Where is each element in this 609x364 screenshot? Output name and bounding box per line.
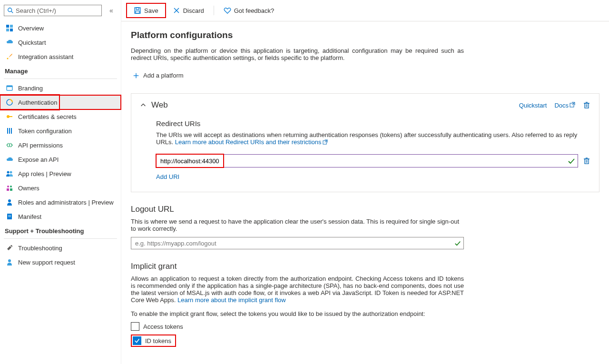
sidebar-item-certificates[interactable]: Certificates & secrets <box>0 109 121 124</box>
docs-link[interactable]: Docs <box>554 102 575 109</box>
cloud-bolt-icon <box>6 39 13 46</box>
save-label: Save <box>144 7 158 14</box>
add-platform-label: Add a platform <box>143 72 184 79</box>
feedback-button[interactable]: Got feedback? <box>219 5 279 16</box>
sidebar-item-overview[interactable]: Overview <box>0 21 121 35</box>
svg-rect-4 <box>6 29 9 31</box>
svg-rect-2 <box>6 25 9 28</box>
svg-point-17 <box>7 186 9 187</box>
redirect-uri-input[interactable] <box>156 154 578 167</box>
logout-desc: This is where we send a request to have … <box>131 218 464 232</box>
sidebar-collapse-button[interactable]: « <box>106 5 117 16</box>
delete-uri-icon[interactable] <box>583 157 590 165</box>
heart-icon <box>224 7 231 14</box>
redirect-uris-desc: The URIs we will accept as destinations … <box>156 131 590 146</box>
svg-point-16 <box>10 171 12 174</box>
svg-rect-5 <box>10 29 13 31</box>
overview-icon <box>6 24 13 32</box>
owners-icon <box>6 184 13 192</box>
sidebar-item-label: API permissions <box>18 142 63 149</box>
sidebar-item-expose-api[interactable]: Expose an API <box>0 152 121 167</box>
support-icon <box>6 258 13 266</box>
svg-point-0 <box>8 8 12 12</box>
sidebar-item-label: Manifest <box>18 213 41 220</box>
save-icon <box>134 7 141 14</box>
sidebar-item-token-config[interactable]: Token configuration <box>0 124 121 138</box>
logout-url-input[interactable] <box>131 237 464 249</box>
content: Platform configurations Depending on the… <box>121 21 609 364</box>
sidebar-item-support-request[interactable]: New support request <box>0 255 121 269</box>
svg-rect-20 <box>10 188 12 191</box>
sidebar-item-manifest[interactable]: Manifest <box>0 209 121 224</box>
add-platform-button[interactable]: Add a platform <box>131 68 186 83</box>
sidebar-item-quickstart[interactable]: Quickstart <box>0 35 121 49</box>
sidebar-item-troubleshooting[interactable]: Troubleshooting <box>0 241 121 255</box>
sidebar-item-owners[interactable]: Owners <box>0 181 121 195</box>
close-icon <box>173 7 180 14</box>
sidebar-item-label: Integration assistant <box>18 53 73 60</box>
sidebar-item-label: Certificates & secrets <box>18 113 77 120</box>
svg-rect-14 <box>11 128 12 134</box>
svg-line-1 <box>11 11 13 13</box>
sidebar-item-branding[interactable]: Branding <box>0 81 121 95</box>
feedback-label: Got feedback? <box>234 7 275 14</box>
search-icon <box>7 7 14 14</box>
main-pane: Save Discard Got feedback? Platform conf… <box>121 0 609 364</box>
sidebar-item-integration[interactable]: Integration assistant <box>0 49 121 64</box>
sidebar-item-label: Quickstart <box>18 39 46 46</box>
sidebar-item-label: Owners <box>18 185 39 192</box>
sidebar-item-label: Branding <box>18 85 43 92</box>
add-uri-link[interactable]: Add URI <box>156 173 179 180</box>
quickstart-link[interactable]: Quickstart <box>519 102 547 109</box>
admin-icon <box>6 198 13 206</box>
sidebar-item-roles-admins[interactable]: Roles and administrators | Preview <box>0 195 121 209</box>
key-icon <box>6 113 13 120</box>
divider <box>214 6 214 15</box>
svg-rect-12 <box>7 128 8 134</box>
rocket-icon <box>6 53 13 60</box>
implicit-desc: Allows an application to request a token… <box>131 275 464 304</box>
sidebar-item-authentication[interactable]: Authentication <box>0 95 121 109</box>
sidebar-item-api-permissions[interactable]: API permissions <box>0 138 121 152</box>
divider <box>4 238 117 239</box>
implicit-learn-more-link[interactable]: Learn more about the implicit grant flow <box>177 296 286 304</box>
external-icon <box>570 102 575 108</box>
sidebar-item-label: Expose an API <box>18 156 59 163</box>
wrench-icon <box>6 244 13 252</box>
redirect-uris-title: Redirect URIs <box>156 119 590 128</box>
id-tokens-checkbox[interactable] <box>133 336 141 345</box>
token-icon <box>6 127 13 135</box>
redirect-learn-more-link[interactable]: Learn more about Redirect URIs and their… <box>175 138 328 146</box>
svg-rect-40 <box>585 159 589 164</box>
svg-point-21 <box>8 199 11 202</box>
auth-icon <box>6 98 13 106</box>
sidebar-item-app-roles[interactable]: App roles | Preview <box>0 167 121 181</box>
sidebar-item-label: Overview <box>18 25 44 32</box>
people-icon <box>6 170 13 177</box>
save-button[interactable]: Save <box>129 5 163 16</box>
check-icon <box>568 157 575 165</box>
delete-icon[interactable] <box>583 101 590 109</box>
svg-rect-24 <box>8 216 11 217</box>
branding-icon <box>6 84 13 92</box>
svg-point-6 <box>7 58 9 59</box>
svg-rect-19 <box>7 188 9 191</box>
divider <box>4 79 117 79</box>
redirect-uri-row <box>156 154 590 167</box>
svg-rect-28 <box>136 11 139 13</box>
section-support: Support + Troubleshooting <box>0 224 121 237</box>
logout-section: Logout URL This is where we send a reque… <box>131 205 599 249</box>
access-tokens-checkbox[interactable] <box>131 322 139 331</box>
search-input[interactable]: Search (Ctrl+/) <box>4 5 102 16</box>
discard-button[interactable]: Discard <box>168 5 209 16</box>
sidebar-item-label: New support request <box>18 259 75 266</box>
svg-rect-23 <box>8 215 11 216</box>
implicit-grant-section: Implicit grant Allows an application to … <box>131 262 599 347</box>
expose-icon <box>6 156 13 163</box>
search-placeholder: Search (Ctrl+/) <box>16 7 56 14</box>
svg-point-18 <box>10 186 12 187</box>
sidebar-item-label: App roles | Preview <box>18 170 71 177</box>
toolbar: Save Discard Got feedback? <box>121 0 609 21</box>
manifest-icon <box>6 213 13 220</box>
chevron-up-icon[interactable] <box>140 102 147 108</box>
